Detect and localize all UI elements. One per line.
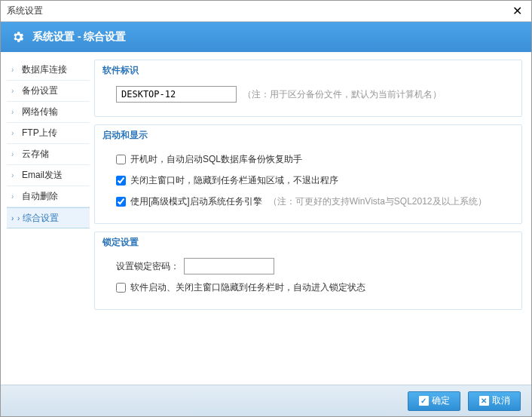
- group-lock-settings: 锁定设置 设置锁定密码： 软件启动、关闭主窗口隐藏到任务栏时，自动进入锁定状态: [94, 231, 522, 310]
- sidebar-item-db-connection[interactable]: ›数据库连接: [7, 60, 90, 81]
- chevron-right-icon: ›: [17, 214, 20, 222]
- sidebar-item-backup-settings[interactable]: ›备份设置: [7, 81, 90, 102]
- chevron-right-icon: ›: [11, 108, 19, 116]
- label-auto-lock: 软件启动、关闭主窗口隐藏到任务栏时，自动进入锁定状态: [130, 281, 365, 294]
- label-autostart: 开机时，自动启动SQL数据库备份恢复助手: [130, 153, 302, 166]
- group-title-lock: 锁定设置: [99, 236, 142, 249]
- header-title: 系统设置 - 综合设置: [32, 30, 126, 44]
- chevron-right-icon: ›: [11, 192, 19, 201]
- body: ›数据库连接 ›备份设置 ›网络传输 ›FTP上传 ›云存储 ›Email发送 …: [1, 52, 531, 385]
- footer: ✓ 确定 ✕ 取消: [1, 385, 531, 416]
- lock-password-label: 设置锁定密码：: [116, 260, 179, 273]
- settings-window: 系统设置 ✕ 系统设置 - 综合设置 ›数据库连接 ›备份设置 ›网络传输 ›F…: [0, 0, 532, 417]
- header-banner: 系统设置 - 综合设置: [1, 22, 531, 52]
- chevron-right-icon: ›: [11, 150, 19, 158]
- software-id-input[interactable]: [116, 86, 237, 103]
- label-advanced-mode: 使用[高级模式]启动系统任务引擎: [130, 195, 262, 208]
- chevron-right-icon: ›: [11, 171, 19, 179]
- sidebar-item-network[interactable]: ›网络传输: [7, 102, 90, 123]
- sidebar-item-email[interactable]: ›Email发送: [7, 165, 90, 186]
- checkbox-autostart[interactable]: [116, 155, 126, 164]
- group-title-startup: 启动和显示: [99, 129, 151, 142]
- cancel-icon: ✕: [479, 396, 489, 406]
- label-hide-on-close: 关闭主窗口时，隐藏到任务栏通知区域，不退出程序: [130, 174, 338, 187]
- sidebar: ›数据库连接 ›备份设置 ›网络传输 ›FTP上传 ›云存储 ›Email发送 …: [7, 60, 90, 385]
- group-title-software-id: 软件标识: [99, 64, 142, 77]
- advanced-mode-hint: （注：可更好的支持WinVista与SQL2012及以上系统）: [268, 195, 487, 208]
- sidebar-item-ftp[interactable]: ›FTP上传: [7, 123, 90, 144]
- group-software-id: 软件标识 （注：用于区分备份文件，默认为当前计算机名）: [94, 60, 522, 117]
- checkbox-auto-lock[interactable]: [116, 283, 126, 293]
- titlebar: 系统设置 ✕: [1, 1, 531, 22]
- software-id-hint: （注：用于区分备份文件，默认为当前计算机名）: [243, 88, 442, 101]
- content-panel: 软件标识 （注：用于区分备份文件，默认为当前计算机名） 启动和显示 开机时，自动…: [94, 60, 525, 385]
- sidebar-item-general-settings[interactable]: ››综合设置: [7, 207, 90, 228]
- chevron-right-icon: ›: [11, 129, 19, 137]
- checkbox-hide-on-close[interactable]: [116, 176, 126, 186]
- sidebar-item-auto-delete[interactable]: ›自动删除: [7, 186, 90, 207]
- ok-button[interactable]: ✓ 确定: [408, 391, 460, 411]
- lock-password-input[interactable]: [184, 258, 274, 274]
- checkbox-advanced-mode[interactable]: [116, 197, 126, 207]
- chevron-right-icon: ›: [11, 87, 19, 95]
- gear-icon: [11, 30, 25, 44]
- window-title: 系统设置: [7, 5, 43, 17]
- sidebar-item-cloud[interactable]: ›云存储: [7, 144, 90, 165]
- group-startup-display: 启动和显示 开机时，自动启动SQL数据库备份恢复助手 关闭主窗口时，隐藏到任务栏…: [94, 124, 522, 224]
- cancel-button[interactable]: ✕ 取消: [468, 391, 521, 411]
- close-icon[interactable]: ✕: [508, 4, 527, 18]
- save-icon: ✓: [419, 396, 429, 406]
- chevron-right-icon: ›: [11, 66, 19, 74]
